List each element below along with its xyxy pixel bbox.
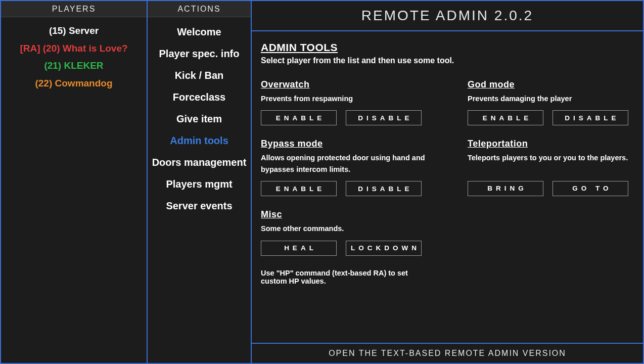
action-item-forceclass[interactable]: Forceclass <box>148 86 251 108</box>
bypass-enable-button[interactable]: ENABLE <box>261 181 337 196</box>
action-item-kick-ban[interactable]: Kick / Ban <box>148 65 251 86</box>
teleport-goto-button[interactable]: GO TO <box>553 181 628 196</box>
tool-misc: Misc Some other commands. HEAL LOCKDOWN <box>261 209 427 255</box>
player-item-server[interactable]: (15) Server <box>1 22 147 40</box>
teleport-title: Teleportation <box>468 139 634 149</box>
godmode-enable-button[interactable]: ENABLE <box>468 110 543 125</box>
action-item-server-events[interactable]: Server events <box>148 195 251 217</box>
players-header: PLAYERS <box>1 1 147 17</box>
hp-footnote: Use "HP" command (text-based RA) to set … <box>261 269 427 285</box>
actions-header: ACTIONS <box>148 1 251 17</box>
action-item-player-spec-info[interactable]: Player spec. info <box>148 43 251 65</box>
tool-bypass: Bypass mode Allows opening protected doo… <box>261 139 427 196</box>
actions-list: WelcomePlayer spec. infoKick / BanForcec… <box>148 17 251 363</box>
player-item-cowmandog[interactable]: (22) Cowmandog <box>1 75 147 93</box>
bypass-title: Bypass mode <box>261 139 427 149</box>
misc-lockdown-button[interactable]: LOCKDOWN <box>346 241 422 256</box>
actions-panel: ACTIONS WelcomePlayer spec. infoKick / B… <box>148 0 251 364</box>
bypass-disable-button[interactable]: DISABLE <box>346 181 422 196</box>
tool-godmode: God mode Prevents damaging the player EN… <box>468 79 634 125</box>
app-title: REMOTE ADMIN 2.0.2 <box>251 0 644 31</box>
action-item-doors-management[interactable]: Doors management <box>148 152 251 173</box>
player-item-ra-love[interactable]: [RA] (20) What is Love? <box>1 40 147 58</box>
main-body: ADMIN TOOLS Select player from the list … <box>251 31 644 343</box>
teleport-desc: Teleports players to you or you to the p… <box>468 152 634 163</box>
bypass-desc: Allows opening protected door using hand… <box>261 152 427 175</box>
players-panel: PLAYERS (15) Server [RA] (20) What is Lo… <box>0 0 148 364</box>
godmode-title: God mode <box>468 79 634 90</box>
action-item-welcome[interactable]: Welcome <box>148 21 251 43</box>
misc-heal-button[interactable]: HEAL <box>261 241 337 256</box>
misc-title: Misc <box>261 209 427 220</box>
action-item-give-item[interactable]: Give item <box>148 108 251 130</box>
action-item-players-mgmt[interactable]: Players mgmt <box>148 173 251 195</box>
tool-teleport: Teleportation Teleports players to you o… <box>468 139 634 196</box>
tool-overwatch: Overwatch Prevents from respawning ENABL… <box>261 79 427 125</box>
overwatch-disable-button[interactable]: DISABLE <box>346 110 422 125</box>
player-ra-love-label: [RA] (20) What is Love? <box>20 43 127 54</box>
page-subtitle: Select player from the list and then use… <box>261 56 634 65</box>
page-title: ADMIN TOOLS <box>261 41 634 54</box>
open-text-ra-button[interactable]: OPEN THE TEXT-BASED REMOTE ADMIN VERSION <box>251 343 644 364</box>
overwatch-desc: Prevents from respawning <box>261 93 427 104</box>
player-item-kleker[interactable]: (21) KLEKER <box>1 57 147 75</box>
godmode-disable-button[interactable]: DISABLE <box>553 110 628 125</box>
tool-grid: Overwatch Prevents from respawning ENABL… <box>261 79 634 285</box>
overwatch-title: Overwatch <box>261 79 427 90</box>
main-panel: REMOTE ADMIN 2.0.2 ADMIN TOOLS Select pl… <box>251 0 644 364</box>
godmode-desc: Prevents damaging the player <box>468 93 634 104</box>
teleport-bring-button[interactable]: BRING <box>468 181 543 196</box>
misc-desc: Some other commands. <box>261 223 427 234</box>
overwatch-enable-button[interactable]: ENABLE <box>261 110 337 125</box>
players-list: (15) Server [RA] (20) What is Love? (21)… <box>1 17 147 363</box>
action-item-admin-tools[interactable]: Admin tools <box>148 130 251 152</box>
